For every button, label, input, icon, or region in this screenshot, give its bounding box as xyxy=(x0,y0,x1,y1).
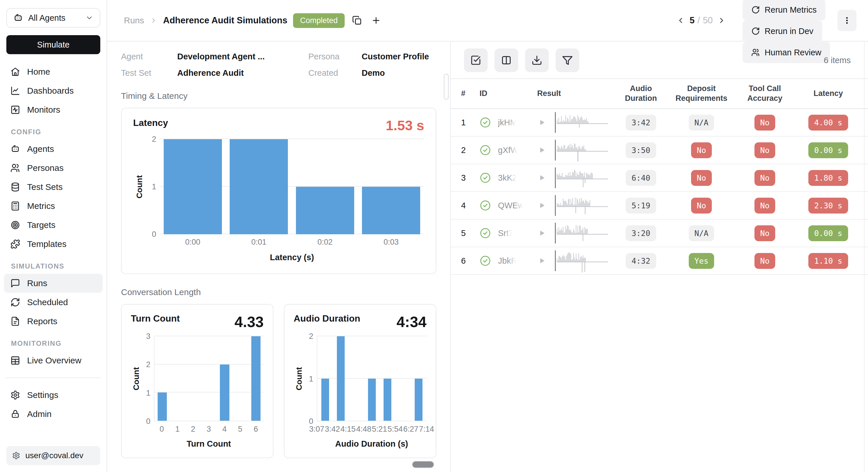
pager-prev-button[interactable] xyxy=(675,14,687,27)
breadcrumb-runs-link[interactable]: Runs xyxy=(124,15,144,25)
row-id-cell: gXfW xyxy=(479,145,537,156)
sidebar-item-monitors[interactable]: Monitors xyxy=(4,100,102,119)
monitor-icon xyxy=(10,105,20,115)
play-audio-button[interactable] xyxy=(537,173,547,182)
sidebar-item-reports[interactable]: Reports xyxy=(4,312,102,331)
result-cell xyxy=(537,221,612,245)
audio-duration-badge: 4:32 xyxy=(626,253,656,269)
more-vertical-icon xyxy=(843,16,851,25)
chevron-down-icon xyxy=(85,14,93,22)
detail-value-persona: Customer Profile xyxy=(362,52,436,61)
sidebar-item-personas[interactable]: Personas xyxy=(4,158,102,178)
rotate-icon xyxy=(751,5,760,14)
sidebar-item-home[interactable]: Home xyxy=(4,62,102,81)
tool-call-accuracy-badge: No xyxy=(754,115,775,130)
table-row[interactable]: 6JbkR4:32YesNo1.10 s xyxy=(451,247,868,275)
rerun-in-dev-button[interactable]: Rerun in Dev xyxy=(743,21,822,42)
sidebar-item-admin[interactable]: Admin xyxy=(4,405,102,423)
user-account-button[interactable]: user@coval.dev xyxy=(6,446,100,465)
play-audio-button[interactable] xyxy=(537,201,547,210)
x-axis-label: Latency (s) xyxy=(160,249,424,265)
run-id: JbkR xyxy=(498,256,517,266)
sidebar-item-metrics[interactable]: Metrics xyxy=(4,196,102,216)
select-icon xyxy=(470,55,481,66)
sidebar-item-label: Dashboards xyxy=(27,86,74,96)
filter-button[interactable] xyxy=(556,49,579,72)
agent-selector[interactable]: All Agents xyxy=(6,8,100,28)
sidebar-item-dashboards[interactable]: Dashboards xyxy=(4,81,102,100)
audio-waveform[interactable] xyxy=(554,138,609,162)
histogram-bar xyxy=(164,139,222,234)
conversation-length-cards: Turn Count 4.33 Count01230123456Turn Cou… xyxy=(121,304,436,458)
sidebar-item-templates[interactable]: Templates xyxy=(4,234,102,254)
sidebar-item-agents[interactable]: Agents xyxy=(4,139,102,158)
row-number: 6 xyxy=(461,256,479,266)
select-button[interactable] xyxy=(464,49,488,72)
check-circle-icon xyxy=(479,255,491,266)
play-audio-button[interactable] xyxy=(537,228,547,238)
histogram-bar xyxy=(230,139,288,234)
sidebar-item-targets[interactable]: Targets xyxy=(4,216,102,234)
table-row[interactable]: 33kKZ6:40NoNo1.80 s xyxy=(451,164,868,192)
play-audio-button[interactable] xyxy=(537,146,547,155)
copy-button[interactable] xyxy=(350,14,364,27)
audio-duration-chart-card: Audio Duration 4:34 Count0123:073:424:15… xyxy=(284,304,436,458)
columns-button[interactable] xyxy=(495,49,518,72)
sidebar-item-label: Home xyxy=(27,67,50,77)
audio-duration-cell: 3:20 xyxy=(612,225,670,241)
chart-plot-area xyxy=(317,336,427,421)
sidebar-item-runs[interactable]: Runs xyxy=(4,274,102,293)
table-row[interactable]: 5Srt73:20N/ANo0.00 s xyxy=(451,220,868,247)
audio-waveform[interactable] xyxy=(554,111,609,134)
detail-label-persona: Persona xyxy=(308,52,362,61)
audio-waveform[interactable] xyxy=(554,221,609,245)
table-row[interactable]: 1jkHM3:42N/ANo4.00 s xyxy=(451,109,868,136)
sidebar-item-test-sets[interactable]: Test Sets xyxy=(4,178,102,196)
audio-waveform[interactable] xyxy=(554,249,609,273)
sidebar-item-scheduled[interactable]: Scheduled xyxy=(4,293,102,312)
audio-duration-badge: 3:50 xyxy=(626,143,656,158)
more-options-button[interactable] xyxy=(837,10,857,31)
sidebar-item-live-overview[interactable]: Live Overview xyxy=(4,351,102,370)
file-icon xyxy=(10,316,20,326)
chart-plot-area xyxy=(160,139,424,234)
y-axis-label: Count xyxy=(293,336,305,421)
play-audio-button[interactable] xyxy=(537,256,547,265)
rerun-metrics-button[interactable]: Rerun Metrics xyxy=(743,0,825,21)
rotate-icon xyxy=(751,27,760,35)
table-row[interactable]: 2gXfW3:50NoNo0.00 s xyxy=(451,136,868,164)
sidebar-item-label: Admin xyxy=(27,409,52,419)
pager-next-button[interactable] xyxy=(716,14,727,27)
latency-cell: 4.00 s xyxy=(797,115,860,130)
add-button[interactable] xyxy=(369,14,383,27)
audio-waveform[interactable] xyxy=(554,193,609,218)
deposit-requirements-cell: N/A xyxy=(670,115,733,130)
left-panel-horizontal-scrollbar-thumb[interactable] xyxy=(412,461,434,468)
chart-title: Latency xyxy=(133,118,168,128)
tool-call-accuracy-cell: No xyxy=(733,170,797,186)
agent-selector-label: All Agents xyxy=(28,13,80,23)
deposit-requirements-cell: No xyxy=(670,143,733,158)
database-icon xyxy=(10,182,20,192)
gear-icon xyxy=(10,390,20,400)
page-scrollbar-track[interactable] xyxy=(864,41,865,472)
puzzle-icon xyxy=(10,239,20,249)
column-header-: # xyxy=(461,89,479,99)
home-icon xyxy=(10,67,20,77)
app-root: All Agents Simulate HomeDashboardsMonito… xyxy=(0,0,868,472)
chart-headline-value: 4.33 xyxy=(235,313,264,331)
row-id-cell: Srt7 xyxy=(479,227,537,239)
audio-waveform[interactable] xyxy=(554,166,609,190)
page-title: Adherence Audit Simulations xyxy=(163,15,287,26)
play-audio-button[interactable] xyxy=(537,118,547,127)
table-row[interactable]: 4QWEw5:19NoNo2.30 s xyxy=(451,192,868,220)
status-badge: Completed xyxy=(293,13,345,28)
sidebar-item-label: Templates xyxy=(27,239,67,249)
sidebar-item-settings[interactable]: Settings xyxy=(4,385,102,405)
tool-call-accuracy-badge: No xyxy=(754,253,775,269)
simulate-button[interactable]: Simulate xyxy=(6,35,100,54)
latency-cell: 1.10 s xyxy=(797,253,860,269)
download-button[interactable] xyxy=(525,49,549,72)
download-icon xyxy=(531,55,542,66)
left-panel-scrollbar-thumb[interactable] xyxy=(444,74,449,100)
